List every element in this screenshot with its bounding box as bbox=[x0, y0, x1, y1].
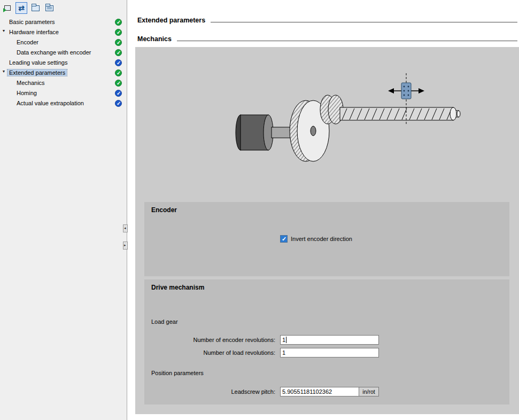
drive-section-title: Drive mechanism bbox=[151, 284, 204, 291]
status-check-icon bbox=[115, 19, 122, 26]
sidebar-item-label: Mechanics bbox=[15, 80, 47, 86]
expand-arrow-icon[interactable] bbox=[1, 27, 6, 37]
folder-icon bbox=[32, 5, 40, 11]
expand-sidebar-icon[interactable] bbox=[123, 242, 128, 250]
sidebar-item-hardware-interface[interactable]: Hardware interface bbox=[0, 27, 127, 37]
encoder-revolutions-label: Number of encoder revolutions: bbox=[144, 337, 278, 343]
status-check-icon bbox=[115, 90, 122, 97]
leadscrew-pitch-input[interactable]: 5.90551181102362 bbox=[280, 387, 359, 396]
sidebar-item-label: Basic parameters bbox=[7, 19, 57, 25]
header-rule bbox=[211, 22, 517, 22]
text-caret bbox=[286, 337, 286, 343]
input-value: 1 bbox=[282, 349, 285, 356]
mechanics-header: Mechanics bbox=[137, 34, 517, 43]
page-title: Extended parameters bbox=[137, 17, 205, 24]
sidebar-item-basic-parameters[interactable]: Basic parameters bbox=[0, 17, 127, 27]
sidebar-item-encoder[interactable]: Encoder bbox=[0, 37, 127, 48]
status-check-icon bbox=[115, 100, 122, 107]
load-revolutions-label: Number of load revolutions: bbox=[144, 349, 278, 356]
drive-mechanism-section: Drive mechanism Load gear Number of enco… bbox=[144, 279, 509, 405]
sidebar-item-label: Data exchange with encoder bbox=[15, 49, 92, 56]
invert-encoder-row: Invert encoder direction bbox=[280, 235, 352, 243]
drive-mechanism-diagram bbox=[224, 67, 476, 171]
sidebar-item-label: Extended parameters bbox=[7, 69, 67, 76]
extended-parameters-header: Extended parameters bbox=[137, 15, 517, 24]
status-check-icon bbox=[115, 29, 122, 36]
status-check-icon bbox=[115, 80, 122, 87]
sidebar-item-label: Encoder bbox=[15, 39, 40, 45]
collapse-sidebar-icon[interactable] bbox=[123, 224, 128, 232]
status-check-icon bbox=[115, 49, 122, 56]
encoder-section: Encoder Invert encoder direction bbox=[144, 202, 509, 276]
leadscrew-pitch-label: Leadscrew pitch: bbox=[144, 388, 278, 395]
invert-encoder-checkbox[interactable] bbox=[280, 235, 288, 243]
green-arrow-icon bbox=[3, 8, 6, 12]
parameter-tree: Basic parameters Hardware interface Enco… bbox=[0, 16, 127, 108]
status-check-icon bbox=[115, 39, 122, 46]
invert-encoder-label: Invert encoder direction bbox=[291, 236, 352, 242]
sidebar-item-label: Leading value settings bbox=[7, 59, 69, 66]
sidebar-item-leading-value-settings[interactable]: Leading value settings bbox=[0, 58, 127, 68]
sidebar-item-label: Homing bbox=[15, 90, 38, 96]
leadscrew bbox=[340, 107, 460, 120]
load-revolutions-input[interactable]: 1 bbox=[280, 348, 379, 357]
sidebar-item-data-exchange-with-encoder[interactable]: Data exchange with encoder bbox=[0, 48, 127, 58]
navigate-view-icon[interactable] bbox=[2, 2, 13, 14]
parameter-view-icon[interactable] bbox=[43, 2, 55, 14]
sidebar-item-label: Actual value extrapolation bbox=[15, 100, 86, 106]
status-check-icon bbox=[115, 69, 122, 76]
navigation-sidebar: ⇄ Basic parameters Hardware interface En… bbox=[0, 0, 127, 420]
leadscrew-pitch-field: Leadscrew pitch: 5.90551181102362 in/rot bbox=[144, 387, 379, 396]
input-value: 5.90551181102362 bbox=[282, 388, 332, 395]
swap-arrows-icon: ⇄ bbox=[18, 4, 25, 12]
motor-shaft bbox=[272, 127, 292, 138]
status-check-icon bbox=[115, 59, 122, 66]
sidebar-toolbar: ⇄ bbox=[0, 0, 127, 16]
sidebar-item-actual-value-extrapolation[interactable]: Actual value extrapolation bbox=[0, 98, 127, 108]
folder-list-icon bbox=[45, 5, 53, 11]
header-rule bbox=[177, 41, 517, 41]
section-title: Mechanics bbox=[137, 35, 172, 43]
sidebar-item-extended-parameters[interactable]: Extended parameters bbox=[0, 68, 127, 78]
function-view-icon[interactable]: ⇄ bbox=[16, 2, 27, 14]
encoder-revolutions-input[interactable]: 1 bbox=[280, 335, 379, 345]
sidebar-item-label: Hardware interface bbox=[7, 29, 60, 35]
sidebar-item-mechanics[interactable]: Mechanics bbox=[0, 78, 127, 88]
leadscrew-unit: in/rot bbox=[359, 387, 379, 396]
expand-arrow-icon[interactable] bbox=[1, 68, 6, 78]
position-parameters-label: Position parameters bbox=[151, 370, 204, 376]
tia-mechanics-screen: ⇄ Basic parameters Hardware interface En… bbox=[0, 0, 519, 420]
mechanics-panel: Encoder Invert encoder direction Drive m… bbox=[135, 47, 519, 414]
motor bbox=[236, 115, 273, 150]
input-value: 1 bbox=[282, 337, 285, 343]
load-gear-label: Load gear bbox=[151, 318, 178, 325]
encoder-section-title: Encoder bbox=[151, 206, 177, 214]
open-all-icon[interactable] bbox=[29, 2, 41, 14]
load-revolutions-field: Number of load revolutions: 1 bbox=[144, 348, 379, 357]
encoder-revolutions-field: Number of encoder revolutions: 1 bbox=[144, 335, 379, 345]
sidebar-item-homing[interactable]: Homing bbox=[0, 88, 127, 98]
